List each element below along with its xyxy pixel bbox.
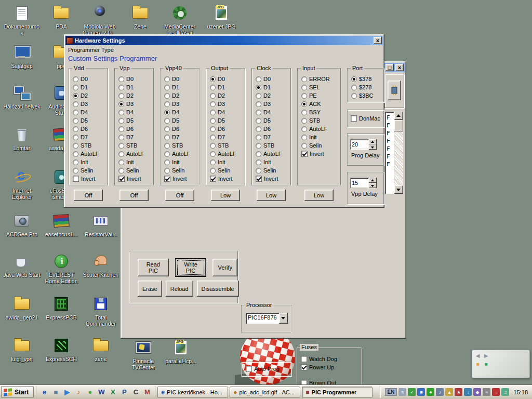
desktop-icon[interactable]: Lomtár <box>3 126 41 151</box>
close-button[interactable]: × <box>395 64 404 71</box>
pin-radio-option[interactable]: D6 <box>164 125 197 133</box>
auto-prog-checkbox[interactable]: Auto Prog <box>246 365 280 373</box>
quick-launch-icon[interactable]: ♪ <box>73 387 84 397</box>
pin-radio-option[interactable]: D3 <box>210 100 243 108</box>
quick-launch-icon[interactable]: W <box>96 387 107 397</box>
pin-radio-option[interactable]: STB <box>256 141 289 150</box>
widget-icon[interactable]: ◀ <box>474 352 481 359</box>
tray-icon[interactable]: ≈ <box>483 388 490 396</box>
desktop-icon[interactable]: parallel-lcp... <box>162 339 200 364</box>
tray-icon[interactable]: ▲ <box>445 388 453 396</box>
widget-icon[interactable]: ■ <box>474 361 481 367</box>
pin-state-button[interactable]: Off <box>165 190 194 201</box>
desktop-icon[interactable]: Mobiola Web Camera 2 fo... <box>81 4 118 36</box>
dialog-titlebar[interactable]: Hardware Settings × <box>65 36 383 45</box>
pin-radio-option[interactable]: STB <box>73 141 106 150</box>
desktop-icon[interactable]: Hálózati helyek <box>3 84 41 110</box>
pin-radio-option[interactable]: STB <box>118 141 152 150</box>
tray-icon[interactable]: ✓ <box>408 388 416 396</box>
processor-combobox[interactable]: PIC16F876 <box>246 313 288 324</box>
desktop-widget[interactable]: ◀▶■■ <box>472 350 530 378</box>
pin-state-button[interactable]: Low <box>257 190 286 201</box>
pin-radio-option[interactable]: STB <box>210 141 243 150</box>
pin-radio-option[interactable]: D3 <box>73 100 106 108</box>
vpp-delay-input[interactable] <box>350 178 369 188</box>
scroll-down-button[interactable] <box>394 185 403 194</box>
quick-launch-icon[interactable]: M <box>142 387 152 397</box>
desktop-icon[interactable]: zene <box>82 337 119 362</box>
fuse-checkbox[interactable]: Watch Dog <box>301 355 361 363</box>
pin-radio-option[interactable]: D2 <box>118 91 152 100</box>
desktop-icon[interactable]: uzenet.JPG <box>203 4 240 30</box>
pin-radio-option[interactable]: SEL <box>301 83 339 91</box>
desktop-icon[interactable]: ResistorVal... <box>82 212 119 237</box>
tray-icon[interactable]: ◆ <box>473 388 481 396</box>
pin-radio-option[interactable]: Init <box>210 158 243 166</box>
desktop-icon[interactable]: Dokumentumok <box>3 4 41 36</box>
quick-launch-icon[interactable]: X <box>108 387 118 397</box>
pin-radio-option[interactable]: D0 <box>118 75 152 83</box>
action-button[interactable]: Read PIC <box>138 259 169 276</box>
pin-state-button[interactable]: Low <box>211 190 240 201</box>
tray-icon[interactable]: ■ <box>417 388 425 396</box>
pin-radio-option[interactable]: D1 <box>256 83 289 91</box>
edit-button[interactable]: Erase <box>138 281 162 297</box>
pin-radio-option[interactable]: D7 <box>210 133 243 141</box>
pin-radio-option[interactable]: D4 <box>118 108 152 116</box>
edit-button[interactable]: Reload <box>166 281 193 297</box>
pin-radio-option[interactable]: Init <box>73 158 106 166</box>
prog-delay-input[interactable] <box>350 139 369 150</box>
quick-launch-icon[interactable]: ■ <box>50 387 61 397</box>
scroll-up-button[interactable] <box>394 112 403 120</box>
pin-radio-option[interactable]: D7 <box>118 133 152 141</box>
action-button[interactable]: Verify <box>212 259 237 276</box>
pin-radio-option[interactable]: D5 <box>210 116 243 125</box>
pin-radio-option[interactable]: Selin <box>301 141 339 150</box>
port-radio-option[interactable]: $378 <box>351 75 382 83</box>
pin-radio-option[interactable]: D6 <box>118 125 152 133</box>
desktop-icon[interactable]: Zene <box>122 4 159 30</box>
scrollbar-track[interactable] <box>394 131 403 185</box>
port-radio-option[interactable]: $278 <box>351 83 382 91</box>
pin-radio-option[interactable]: D4 <box>164 108 197 116</box>
port-radio-option[interactable]: $3BC <box>351 91 382 100</box>
desktop-icon[interactable]: Java Web Start <box>3 252 41 278</box>
pin-radio-option[interactable]: AutoLF <box>118 150 152 158</box>
pin-radio-option[interactable]: AutoLF <box>73 150 106 158</box>
programmer-tool-button[interactable] <box>388 81 401 100</box>
pin-radio-option[interactable]: D2 <box>164 91 197 100</box>
pin-radio-option[interactable]: AutoLF <box>164 150 197 158</box>
pin-radio-option[interactable]: D0 <box>210 75 243 83</box>
start-button[interactable]: Start <box>1 386 34 398</box>
pin-radio-option[interactable]: D7 <box>73 133 106 141</box>
fuse-checkbox[interactable]: Power Up <box>301 363 361 371</box>
pin-radio-option[interactable]: D2 <box>73 91 106 100</box>
pin-radio-option[interactable]: D1 <box>210 83 243 91</box>
spin-up-button[interactable] <box>369 139 377 144</box>
pin-state-button[interactable]: Off <box>74 190 103 201</box>
pin-radio-option[interactable]: D3 <box>256 100 289 108</box>
pin-radio-option[interactable]: D5 <box>164 116 197 125</box>
pin-radio-option[interactable]: D7 <box>256 133 289 141</box>
widget-icon[interactable]: ▶ <box>483 352 489 359</box>
pin-radio-option[interactable]: D0 <box>73 75 106 83</box>
desktop-icon[interactable]: Total Commander <box>82 295 119 327</box>
desktop-icon[interactable]: easefocus1... <box>43 212 80 237</box>
desktop-icon[interactable]: Scoter Kitchen <box>82 252 119 278</box>
pin-radio-option[interactable]: Init <box>256 158 289 166</box>
spin-up-button[interactable] <box>369 178 377 183</box>
pin-radio-option[interactable]: D3 <box>118 100 152 108</box>
desktop-icon[interactable]: MediaCenter beállításai <box>161 4 198 36</box>
pin-radio-option[interactable]: D1 <box>73 83 106 91</box>
invert-checkbox-option[interactable]: Invert <box>256 175 289 183</box>
pin-radio-option[interactable]: AutoLF <box>256 150 289 158</box>
pin-radio-option[interactable]: PE <box>301 91 339 100</box>
desktop-icon[interactable]: Sajátgép <box>3 44 41 69</box>
pin-state-button[interactable]: Low <box>304 190 334 201</box>
pin-radio-option[interactable]: D4 <box>210 108 243 116</box>
action-button[interactable]: Write PIC <box>176 259 206 276</box>
pin-radio-option[interactable]: D2 <box>210 91 243 100</box>
desktop-icon[interactable]: ExpressSCH <box>43 337 80 362</box>
invert-checkbox-option[interactable]: Invert <box>118 175 152 183</box>
pin-radio-option[interactable]: D0 <box>256 75 289 83</box>
